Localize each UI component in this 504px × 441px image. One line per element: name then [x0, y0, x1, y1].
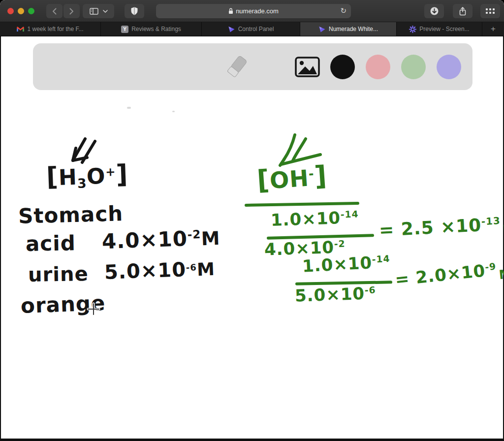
chevron-down-icon [103, 10, 108, 13]
close-bracket: ] [116, 159, 129, 189]
fraction2-result: = 2.0×10-9M [394, 258, 504, 290]
gmail-icon [17, 26, 24, 32]
new-tab-button[interactable]: + [482, 22, 504, 36]
mantissa: 2.5 ×10 [401, 215, 482, 239]
acid-label: acid [26, 231, 76, 256]
oh: OH [269, 165, 310, 194]
whiteboard-page: [H3O+] Stomach acid 4.0×10-2M urine 5.0×… [0, 36, 504, 441]
shield-icon [131, 7, 138, 15]
exponent: -6 [186, 262, 197, 273]
oh-concentration-label: [OH-] [256, 160, 328, 196]
fraction2-denominator: 5.0×10-6 [294, 283, 376, 306]
tab-label: Preview - Screen... [419, 26, 469, 32]
numerade-logo-icon [228, 26, 235, 33]
open-bracket: [ [46, 161, 59, 191]
crosshair-cursor [87, 302, 100, 316]
exponent: -14 [340, 209, 358, 220]
stray-mark [172, 111, 175, 112]
h: H [58, 164, 78, 190]
urine-label: urine [28, 262, 89, 286]
fraction1-result: = 2.5 ×10-13M [378, 213, 504, 241]
drawing-canvas[interactable]: [H3O+] Stomach acid 4.0×10-2M urine 5.0×… [1, 36, 503, 439]
tab-control-panel[interactable]: Control Panel [202, 22, 300, 36]
tab-numerade-whiteboard[interactable]: Numerade White... [300, 22, 397, 36]
chevron-left-icon [52, 8, 57, 15]
molarity-unit: M [498, 266, 504, 283]
mantissa: 2.0×10 [415, 260, 486, 287]
refresh-icon[interactable]: ↻ [340, 6, 346, 15]
superscript-minus: - [308, 166, 315, 181]
lock-icon [228, 8, 233, 14]
subscript-3: 3 [77, 175, 87, 191]
close-window-button[interactable] [7, 8, 14, 14]
mantissa: 1.0×10 [302, 252, 373, 276]
stray-mark [127, 107, 131, 109]
mantissa: 4.0×10 [101, 226, 188, 253]
equals-sign: = [378, 220, 395, 241]
close-bracket: ] [314, 160, 328, 192]
exponent: -9 [484, 261, 497, 272]
url-text: numerade.com [236, 7, 279, 15]
exponent: -14 [372, 253, 390, 265]
tab-label: Control Panel [238, 26, 274, 32]
molarity-unit: M [196, 259, 215, 280]
browser-titlebar: numerade.com ↻ [0, 0, 504, 22]
superscript-plus: + [105, 165, 116, 179]
y-badge-icon: Y [121, 26, 128, 33]
back-button[interactable] [46, 4, 63, 18]
grid-icon [486, 8, 495, 14]
zoom-window-button[interactable] [28, 8, 34, 14]
mantissa: 1.0×10 [270, 208, 341, 230]
o: O [86, 163, 106, 189]
h3o-concentration-label: [H3O+] [46, 159, 128, 191]
downloads-button[interactable] [424, 4, 444, 18]
sidebar-icon [90, 8, 98, 15]
numerade-logo-icon [318, 26, 326, 33]
stomach-label: Stomach [18, 201, 123, 228]
stomach-acid-concentration: 4.0×10-2M [101, 225, 220, 253]
fraction1-numerator: 1.0×10-14 [270, 207, 359, 230]
molarity-unit: M [201, 227, 220, 250]
mantissa: 5.0×10 [104, 258, 187, 284]
exponent: -13 [481, 215, 501, 227]
share-button[interactable] [453, 4, 472, 18]
address-bar[interactable]: numerade.com ↻ [156, 4, 351, 18]
tab-bar: 1 week left for the F... Y Reviews & Rat… [0, 22, 504, 36]
tab-gmail[interactable]: 1 week left for the F... [0, 22, 101, 36]
equals-sign: = [394, 268, 411, 289]
safari-window: numerade.com ↻ [0, 0, 504, 441]
forward-button[interactable] [63, 4, 80, 18]
tab-label: Numerade White... [329, 26, 378, 32]
oh-underline-stroke [245, 202, 359, 207]
tab-preview[interactable]: Preview - Screen... [397, 22, 482, 36]
mantissa: 5.0×10 [294, 284, 365, 306]
preview-star-icon [409, 26, 416, 33]
tab-reviews[interactable]: Y Reviews & Ratings [101, 22, 202, 36]
exponent: -6 [364, 285, 376, 296]
tab-label: Reviews & Ratings [131, 26, 181, 32]
tab-overview-button[interactable] [480, 4, 500, 18]
download-icon [430, 7, 439, 15]
share-icon [459, 7, 467, 16]
fraction2-numerator: 1.0×10-14 [302, 252, 391, 276]
sidebar-toggle-button[interactable] [83, 4, 114, 18]
exponent: -2 [334, 239, 345, 250]
minimize-window-button[interactable] [18, 8, 24, 14]
chevron-right-icon [69, 8, 74, 15]
urine-concentration: 5.0×10-6M [104, 257, 215, 284]
privacy-shield-button[interactable] [125, 4, 144, 18]
exponent: -2 [187, 228, 201, 241]
tab-label: 1 week left for the F... [27, 26, 83, 32]
